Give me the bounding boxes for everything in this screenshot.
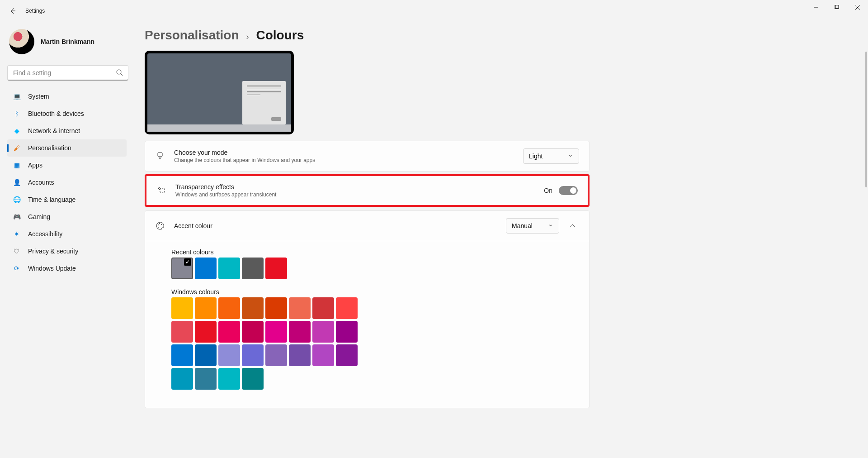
mode-title: Choose your mode bbox=[174, 149, 315, 156]
sidebar-item-system[interactable]: 💻System bbox=[7, 88, 127, 105]
svg-rect-1 bbox=[835, 5, 838, 9]
profile-name: Martin Brinkmann bbox=[41, 38, 94, 45]
recent-swatch[interactable] bbox=[171, 258, 193, 279]
nav-icon: ⟳ bbox=[13, 264, 21, 272]
nav-icon: ✶ bbox=[13, 230, 21, 238]
windows-swatch[interactable] bbox=[218, 321, 240, 343]
windows-swatch[interactable] bbox=[289, 344, 311, 366]
nav-label: Apps bbox=[28, 162, 42, 169]
transparency-icon bbox=[156, 186, 166, 196]
windows-swatch[interactable] bbox=[289, 321, 311, 343]
windows-swatch[interactable] bbox=[265, 344, 287, 366]
nav-label: Privacy & security bbox=[28, 248, 78, 255]
windows-swatch[interactable] bbox=[242, 368, 264, 390]
windows-colours bbox=[171, 297, 366, 390]
nav-label: Network & internet bbox=[28, 127, 80, 134]
sidebar-item-network-internet[interactable]: ◆Network & internet bbox=[7, 122, 127, 139]
nav-icon: 🖌 bbox=[13, 144, 21, 152]
windows-swatch[interactable] bbox=[265, 297, 287, 319]
brush-icon bbox=[155, 151, 165, 161]
windows-swatch[interactable] bbox=[218, 297, 240, 319]
recent-swatch[interactable] bbox=[265, 258, 287, 279]
accent-title: Accent colour bbox=[174, 222, 212, 229]
sidebar-item-accessibility[interactable]: ✶Accessibility bbox=[7, 225, 127, 243]
main-content: Personalisation › Colours Choose your mo… bbox=[145, 22, 857, 458]
recent-colours-label: Recent colours bbox=[171, 248, 563, 256]
windows-swatch[interactable] bbox=[171, 344, 193, 366]
minimize-button[interactable] bbox=[806, 0, 826, 14]
windows-swatch[interactable] bbox=[242, 321, 264, 343]
breadcrumb-parent[interactable]: Personalisation bbox=[145, 28, 239, 43]
svg-rect-2 bbox=[835, 5, 839, 9]
sidebar-item-windows-update[interactable]: ⟳Windows Update bbox=[7, 260, 127, 277]
recent-swatch[interactable] bbox=[195, 258, 217, 279]
svg-point-9 bbox=[159, 188, 159, 188]
profile[interactable]: Martin Brinkmann bbox=[7, 25, 136, 62]
windows-swatch[interactable] bbox=[171, 297, 193, 319]
nav-label: System bbox=[28, 93, 49, 100]
nav-icon: ◆ bbox=[13, 127, 21, 135]
scrollbar[interactable] bbox=[865, 23, 867, 448]
sidebar-item-personalisation[interactable]: 🖌Personalisation bbox=[7, 139, 127, 157]
windows-colours-label: Windows colours bbox=[171, 288, 563, 296]
windows-swatch[interactable] bbox=[195, 368, 217, 390]
window-controls bbox=[806, 0, 868, 14]
transparency-row[interactable]: Transparency effects Windows and surface… bbox=[146, 176, 588, 205]
close-button[interactable] bbox=[847, 0, 868, 14]
svg-line-6 bbox=[121, 74, 123, 76]
windows-swatch[interactable] bbox=[242, 297, 264, 319]
windows-swatch[interactable] bbox=[242, 344, 264, 366]
windows-swatch[interactable] bbox=[336, 321, 358, 343]
svg-point-5 bbox=[117, 70, 121, 74]
titlebar: Settings bbox=[0, 0, 868, 22]
avatar bbox=[9, 29, 34, 54]
nav-icon: ▦ bbox=[13, 161, 21, 169]
svg-rect-7 bbox=[158, 153, 162, 157]
svg-point-12 bbox=[161, 224, 162, 225]
accent-colour-row[interactable]: Accent colour Manual bbox=[145, 210, 590, 241]
windows-swatch[interactable] bbox=[312, 297, 334, 319]
recent-swatch[interactable] bbox=[218, 258, 240, 279]
palette-icon bbox=[155, 221, 165, 231]
sidebar-item-time-language[interactable]: 🌐Time & language bbox=[7, 191, 127, 208]
theme-preview bbox=[145, 51, 294, 134]
windows-swatch[interactable] bbox=[265, 321, 287, 343]
maximize-button[interactable] bbox=[826, 0, 847, 14]
windows-swatch[interactable] bbox=[336, 297, 358, 319]
sidebar-item-apps[interactable]: ▦Apps bbox=[7, 157, 127, 174]
svg-point-10 bbox=[158, 224, 159, 225]
search-input[interactable] bbox=[7, 65, 128, 81]
back-button[interactable] bbox=[4, 2, 22, 20]
mode-dropdown[interactable]: Light bbox=[523, 148, 579, 164]
sidebar-item-accounts[interactable]: 👤Accounts bbox=[7, 174, 127, 191]
svg-rect-8 bbox=[160, 188, 165, 193]
accent-dropdown[interactable]: Manual bbox=[506, 218, 559, 234]
sidebar-item-privacy-security[interactable]: 🛡Privacy & security bbox=[7, 243, 127, 260]
nav-label: Personalisation bbox=[28, 144, 71, 152]
windows-swatch[interactable] bbox=[218, 344, 240, 366]
collapse-button[interactable] bbox=[566, 219, 579, 233]
windows-swatch[interactable] bbox=[312, 321, 334, 343]
sidebar-item-bluetooth-devices[interactable]: ᛒBluetooth & devices bbox=[7, 105, 127, 122]
nav: 💻SystemᛒBluetooth & devices◆Network & in… bbox=[7, 88, 136, 277]
windows-swatch[interactable] bbox=[195, 344, 217, 366]
sidebar-item-gaming[interactable]: 🎮Gaming bbox=[7, 208, 127, 225]
windows-swatch[interactable] bbox=[218, 368, 240, 390]
breadcrumb-current: Colours bbox=[256, 28, 304, 43]
chevron-right-icon: › bbox=[246, 32, 249, 42]
windows-swatch[interactable] bbox=[289, 297, 311, 319]
windows-swatch[interactable] bbox=[171, 321, 193, 343]
transparency-toggle[interactable] bbox=[559, 186, 578, 195]
nav-icon: 💻 bbox=[13, 92, 21, 100]
palette-section: Recent colours Windows colours bbox=[145, 241, 590, 408]
transparency-highlight: Transparency effects Windows and surface… bbox=[145, 174, 590, 207]
windows-swatch[interactable] bbox=[171, 368, 193, 390]
breadcrumb: Personalisation › Colours bbox=[145, 28, 857, 43]
choose-mode-row[interactable]: Choose your mode Change the colours that… bbox=[145, 141, 590, 172]
search-wrap bbox=[7, 65, 128, 81]
windows-swatch[interactable] bbox=[336, 344, 358, 366]
windows-swatch[interactable] bbox=[195, 321, 217, 343]
recent-swatch[interactable] bbox=[242, 258, 264, 279]
windows-swatch[interactable] bbox=[312, 344, 334, 366]
windows-swatch[interactable] bbox=[195, 297, 217, 319]
